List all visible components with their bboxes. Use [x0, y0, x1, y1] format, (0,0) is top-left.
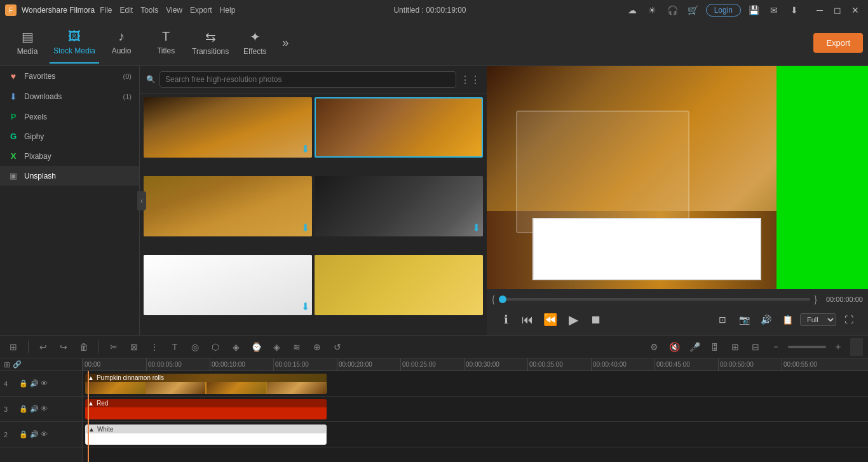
scrubber-handle[interactable] [499, 296, 506, 303]
menu-export[interactable]: Export [190, 6, 212, 15]
stop-button[interactable]: ⏹ [587, 311, 605, 329]
crop-button[interactable]: ⊠ [126, 339, 142, 355]
track-3-lock-icon[interactable]: 🔒 [19, 405, 28, 413]
menu-edit[interactable]: Edit [120, 6, 133, 15]
add-track-button[interactable]: ⊞ [4, 360, 10, 369]
track-settings-button[interactable]: ⚙ [646, 339, 662, 355]
media-info-button[interactable]: 📋 [778, 311, 796, 329]
cut-button[interactable]: ✂ [105, 339, 122, 355]
toolbar-item-titles[interactable]: T Titles [144, 23, 188, 64]
mail-icon[interactable]: ✉ [766, 3, 782, 18]
prev-frame-button[interactable]: ⏮ [519, 311, 536, 329]
sidebar-item-unsplash[interactable]: ▣ Unsplash [0, 166, 139, 186]
menu-view[interactable]: View [166, 6, 182, 15]
undo-button[interactable]: ↩ [35, 339, 51, 355]
download-icon-5[interactable]: ⬇ [301, 301, 309, 313]
menu-file[interactable]: File [100, 6, 112, 15]
volume-button[interactable]: 🔊 [757, 311, 775, 329]
zoom-out-button[interactable]: － [768, 339, 784, 355]
grid-view-icon[interactable]: ⋮⋮ [460, 74, 480, 86]
toolbar-item-audio[interactable]: ♪ Audio [99, 23, 144, 64]
maximize-button[interactable]: ◻ [830, 3, 845, 18]
track-4-mute-icon[interactable]: 🔊 [30, 379, 39, 388]
login-button[interactable]: Login [706, 4, 741, 17]
mic-button[interactable]: 🎤 [686, 339, 703, 355]
track-3-mute-icon[interactable]: 🔊 [30, 405, 39, 413]
download-icon-1[interactable]: ⬇ [301, 143, 309, 155]
fit-to-screen-button[interactable]: ⊡ [714, 311, 731, 329]
save-icon[interactable]: 💾 [746, 3, 761, 18]
clip-food-label: Pumpkin cinnamon rolls [97, 374, 164, 381]
toolbar-item-stock-media[interactable]: 🖼 Stock Media [50, 23, 99, 64]
media-thumb-1[interactable]: ⬇ [144, 97, 312, 158]
sidebar-item-pexels[interactable]: P Pexels [0, 107, 139, 126]
download-icon-4[interactable]: ⬇ [472, 222, 480, 234]
toolbar-item-effects[interactable]: ✦ Effects [233, 23, 277, 64]
sidebar-item-giphy[interactable]: G Giphy [0, 126, 139, 146]
mark-in-button[interactable]: { [492, 294, 495, 304]
menu-tools[interactable]: Tools [140, 6, 158, 15]
track-4-eye-icon[interactable]: 👁 [41, 379, 48, 388]
clip-red[interactable]: ▲ Red [85, 399, 327, 419]
audio-adjust-button[interactable]: ≋ [288, 339, 305, 355]
media-thumb-3[interactable]: ⬇ [144, 176, 312, 236]
search-input[interactable] [159, 71, 456, 88]
redo-button[interactable]: ↪ [55, 339, 72, 355]
detach-audio-button[interactable]: ⊟ [747, 339, 764, 355]
play-button[interactable]: ▶ [564, 311, 582, 329]
step-back-button[interactable]: ⏪ [541, 311, 559, 329]
toolbar-item-transitions[interactable]: ⇆ Transitions [188, 23, 233, 64]
sidebar-item-pixabay[interactable]: X Pixabay [0, 146, 139, 166]
media-thumb-6[interactable] [315, 255, 483, 315]
transition-btn[interactable]: ◈ [227, 339, 244, 355]
title-button[interactable]: T [166, 339, 183, 355]
track-2-eye-icon[interactable]: 👁 [41, 430, 48, 438]
sidebar-item-downloads[interactable]: ⬇ Downloads (1) [0, 86, 139, 107]
track-3-eye-icon[interactable]: 👁 [41, 405, 48, 413]
stabilize-button[interactable]: ⊕ [309, 339, 325, 355]
minimize-button[interactable]: ─ [812, 3, 827, 18]
media-thumb-2[interactable] [315, 97, 483, 158]
fullscreen-button[interactable]: ⛶ [840, 311, 858, 329]
download-icon[interactable]: ⬇ [787, 3, 802, 18]
track-mute-button[interactable]: 🔇 [666, 339, 682, 355]
filter-button[interactable]: ⬡ [207, 339, 224, 355]
reverse-button[interactable]: ↺ [329, 339, 346, 355]
clip-food[interactable]: ▲ Pumpkin cinnamon rolls [85, 374, 327, 394]
sun-icon[interactable]: ☀ [645, 3, 660, 18]
toolbar-more-button[interactable]: » [277, 36, 294, 50]
download-icon-3[interactable]: ⬇ [301, 222, 309, 234]
zoom-select[interactable]: Full 50% 75% [800, 313, 836, 326]
track-2-lock-icon[interactable]: 🔒 [19, 430, 28, 438]
track-2-mute-icon[interactable]: 🔊 [30, 430, 39, 438]
delete-button[interactable]: 🗑 [76, 339, 92, 355]
cart-icon[interactable]: 🛒 [686, 3, 701, 18]
scene-detect-button[interactable]: ⊞ [5, 339, 22, 355]
menu-help[interactable]: Help [220, 6, 236, 15]
info-button[interactable]: ℹ [497, 311, 515, 329]
cloud-icon[interactable]: ☁ [625, 3, 640, 18]
export-button[interactable]: Export [813, 33, 863, 53]
sidebar-item-favorites[interactable]: ♥ Favorites (0) [0, 66, 139, 86]
speed-button[interactable]: ⌚ [248, 339, 264, 355]
mark-out-button[interactable]: } [814, 294, 817, 304]
sidebar-toggle[interactable]: ‹ [137, 191, 146, 210]
track-4-lock-icon[interactable]: 🔒 [19, 379, 28, 388]
split-button[interactable]: ⋮ [146, 339, 163, 355]
audio-mix-button[interactable]: 🎛 [707, 339, 723, 355]
mask-button[interactable]: ◈ [268, 339, 285, 355]
close-button[interactable]: ✕ [848, 3, 863, 18]
playhead[interactable] [88, 371, 89, 462]
media-thumb-5[interactable]: ⬇ [144, 255, 312, 315]
zoom-slider[interactable] [788, 346, 826, 348]
media-thumb-4[interactable]: ⬇ [315, 176, 483, 236]
snapshot-button[interactable]: 📷 [735, 311, 753, 329]
zoom-in-button[interactable]: ＋ [830, 339, 846, 355]
toolbar-item-media[interactable]: ▤ Media [5, 23, 50, 64]
pip-button[interactable]: ⊞ [727, 339, 743, 355]
clip-white[interactable]: ▲ White [85, 425, 327, 445]
sidebar-pixabay-label: Pixabay [24, 152, 132, 161]
color-button[interactable]: ◎ [187, 339, 203, 355]
scrubber-bar[interactable] [499, 298, 811, 301]
headset-icon[interactable]: 🎧 [665, 3, 681, 18]
